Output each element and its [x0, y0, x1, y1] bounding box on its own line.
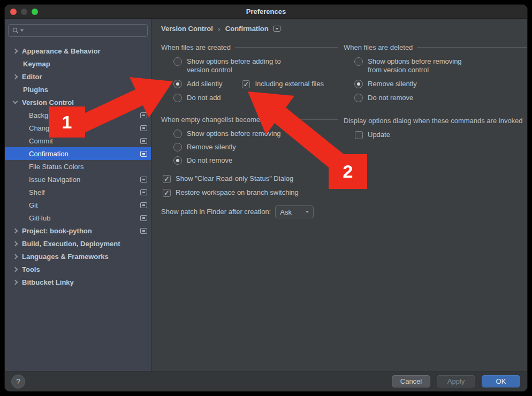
- radio-do-not-remove-changelist[interactable]: Do not remove: [161, 156, 338, 165]
- sidebar-item-confirmation[interactable]: Confirmation: [5, 147, 151, 160]
- sidebar-item-label: Changelists: [29, 124, 65, 132]
- checkbox-including-external-files[interactable]: Including external files: [242, 80, 324, 88]
- sidebar-item-build-execution-deployment[interactable]: Build, Execution, Deployment: [5, 237, 151, 250]
- radio-label: Do not remove: [187, 156, 232, 165]
- chevron-right-icon[interactable]: [13, 279, 18, 285]
- minimize-window-button[interactable]: [21, 9, 27, 15]
- sidebar-item-appearance-behavior[interactable]: Appearance & Behavior: [5, 44, 151, 57]
- search-options-icon[interactable]: [20, 29, 24, 32]
- checkbox-label: Including external files: [255, 80, 324, 88]
- sidebar-item-languages-frameworks[interactable]: Languages & Frameworks: [5, 250, 151, 263]
- dialog-footer: ? Cancel Apply OK: [5, 371, 527, 391]
- checkbox-unchecked-icon[interactable]: [355, 131, 363, 139]
- section-empty-changelist: When empty changelist becomes inactive: [161, 115, 338, 124]
- radio-label: Remove silently: [368, 80, 417, 88]
- sidebar-item-shelf[interactable]: Shelf: [5, 186, 151, 199]
- chevron-right-icon[interactable]: [13, 48, 18, 54]
- chevron-right-icon[interactable]: [13, 228, 18, 233]
- help-button[interactable]: ?: [11, 375, 25, 389]
- sidebar-item-label: Keymap: [23, 60, 50, 68]
- section-title: When empty changelist becomes inactive: [161, 116, 289, 124]
- radio-remove-silently-changelist[interactable]: Remove silently: [161, 143, 338, 151]
- radio-selected-icon[interactable]: [173, 80, 182, 88]
- section-title: Display options dialog when these comman…: [344, 117, 523, 125]
- search-input[interactable]: [25, 27, 143, 35]
- sidebar-item-editor[interactable]: Editor: [5, 70, 151, 83]
- breadcrumb-version-control[interactable]: Version Control: [161, 25, 213, 33]
- sidebar-item-label: Shelf: [29, 188, 45, 196]
- dropdown-arrow-icon: [306, 211, 309, 213]
- settings-sidebar: Appearance & Behavior Keymap Editor Plug…: [5, 19, 151, 371]
- checkbox-checked-icon[interactable]: [242, 80, 250, 88]
- radio-icon[interactable]: [173, 130, 182, 138]
- radio-icon[interactable]: [173, 94, 182, 102]
- sidebar-item-issue-navigation[interactable]: Issue Navigation: [5, 173, 151, 186]
- chevron-down-icon[interactable]: [13, 99, 18, 104]
- search-icon: [12, 27, 19, 34]
- help-label: ?: [16, 377, 20, 386]
- chevron-right-icon[interactable]: [13, 254, 18, 259]
- sidebar-item-label: Plugins: [23, 86, 48, 94]
- sidebar-item-background[interactable]: Background: [5, 109, 151, 121]
- radio-icon[interactable]: [173, 57, 182, 66]
- sidebar-item-plugins[interactable]: Plugins: [5, 83, 151, 96]
- radio-do-not-remove[interactable]: Do not remove: [344, 94, 527, 102]
- radio-show-options-before-adding[interactable]: Show options before adding to version co…: [161, 57, 338, 74]
- breadcrumb: Version Control › Confirmation: [152, 19, 527, 33]
- show-patch-dropdown[interactable]: Ask: [275, 205, 314, 218]
- radio-label: Show options before removing from versio…: [368, 57, 472, 74]
- checkbox-checked-icon[interactable]: [163, 189, 171, 197]
- checkbox-checked-icon[interactable]: [163, 175, 171, 183]
- per-project-settings-icon: [140, 177, 147, 182]
- sidebar-item-label: Background: [29, 111, 66, 119]
- sidebar-item-git[interactable]: Git: [5, 199, 151, 211]
- radio-add-silently[interactable]: Add silently Including external files: [161, 80, 338, 88]
- radio-icon[interactable]: [354, 94, 363, 102]
- sidebar-item-version-control[interactable]: Version Control: [5, 96, 151, 109]
- breadcrumb-confirmation[interactable]: Confirmation: [225, 25, 269, 33]
- zoom-window-button[interactable]: [32, 9, 38, 15]
- sidebar-item-commit[interactable]: Commit: [5, 134, 151, 147]
- radio-label: Show options before adding to version co…: [187, 57, 282, 74]
- sidebar-item-label: Git: [29, 201, 38, 209]
- title-bar: Preferences: [5, 5, 527, 19]
- radio-do-not-add[interactable]: Do not add: [161, 94, 338, 102]
- radio-label: Do not add: [187, 94, 221, 102]
- per-project-settings-icon: [140, 125, 147, 131]
- sidebar-item-tools[interactable]: Tools: [5, 263, 151, 276]
- sidebar-item-keymap[interactable]: Keymap: [5, 57, 151, 70]
- radio-label: Show options before removing: [187, 130, 281, 138]
- chevron-right-icon[interactable]: [13, 241, 18, 246]
- apply-button[interactable]: Apply: [437, 375, 475, 387]
- sidebar-item-label: Confirmation: [29, 150, 69, 158]
- section-when-files-deleted: When files are deleted: [344, 43, 527, 51]
- radio-show-options-before-removing[interactable]: Show options before removing: [161, 130, 338, 138]
- per-project-settings-icon: [273, 26, 280, 32]
- search-field[interactable]: [8, 24, 148, 37]
- sidebar-item-github[interactable]: GitHub: [5, 211, 151, 224]
- checkbox-restore-workspace[interactable]: Restore workspace on branch switching: [161, 188, 338, 197]
- checkbox-label: Restore workspace on branch switching: [176, 188, 299, 197]
- cancel-button[interactable]: Cancel: [392, 375, 430, 387]
- sidebar-item-project-book-python[interactable]: Project: book-python: [5, 224, 151, 237]
- checkbox-clear-readonly-dialog[interactable]: Show "Clear Read-only Status" Dialog: [161, 174, 338, 183]
- radio-icon[interactable]: [173, 143, 182, 151]
- sidebar-item-bitbucket-linky[interactable]: Bitbucket Linky: [5, 276, 151, 288]
- radio-remove-silently[interactable]: Remove silently: [344, 80, 527, 88]
- close-window-button[interactable]: [10, 9, 17, 15]
- checkbox-update[interactable]: Update: [344, 131, 527, 139]
- radio-selected-icon[interactable]: [354, 80, 363, 88]
- breadcrumb-separator: ›: [218, 25, 221, 32]
- sidebar-item-file-status-colors[interactable]: File Status Colors: [5, 160, 151, 173]
- radio-icon[interactable]: [354, 57, 363, 66]
- chevron-right-icon[interactable]: [13, 74, 18, 79]
- ok-button[interactable]: OK: [482, 375, 520, 387]
- settings-tree: Appearance & Behavior Keymap Editor Plug…: [5, 44, 151, 288]
- radio-selected-icon[interactable]: [173, 156, 182, 165]
- radio-show-options-before-removing-vc[interactable]: Show options before removing from versio…: [344, 57, 527, 74]
- sidebar-item-label: Issue Navigation: [29, 176, 80, 184]
- checkbox-label: Update: [368, 131, 390, 139]
- sidebar-item-changelists[interactable]: Changelists: [5, 121, 151, 134]
- section-display-options: Display options dialog when these comman…: [344, 116, 527, 125]
- chevron-right-icon[interactable]: [13, 266, 18, 272]
